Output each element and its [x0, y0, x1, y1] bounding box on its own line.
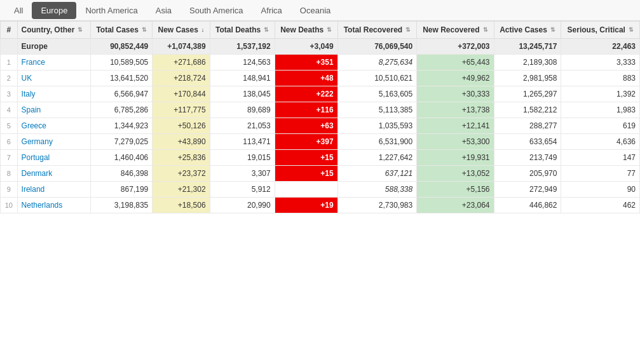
active-cases: 633,654	[494, 134, 561, 150]
new-recovered: +65,443	[417, 55, 494, 71]
country-name[interactable]: Spain	[17, 102, 90, 118]
sort-icon: ⇅	[629, 27, 634, 33]
country-name[interactable]: Netherlands	[17, 198, 90, 213]
new-recovered: +12,141	[417, 118, 494, 134]
tab-oceania[interactable]: Oceania	[291, 2, 339, 19]
summary-cell-0	[1, 39, 18, 55]
new-recovered: +53,300	[417, 134, 494, 150]
total-cases: 3,198,835	[91, 198, 153, 213]
active-cases: 205,970	[494, 166, 561, 182]
country-name[interactable]: Ireland	[17, 182, 90, 198]
tab-all[interactable]: All	[5, 2, 32, 19]
sort-icon: ⇅	[405, 27, 411, 33]
total-deaths: 21,053	[210, 118, 275, 134]
col-header-active-cases[interactable]: Active Cases⇅	[494, 22, 561, 39]
serious-critical: 4,636	[561, 134, 640, 150]
col-header-new-recovered[interactable]: New Recovered⇅	[417, 22, 494, 39]
sort-icon: ⇅	[78, 27, 83, 33]
new-recovered: +23,064	[417, 198, 494, 213]
row-number: 2	[1, 71, 18, 86]
country-name[interactable]: Greece	[17, 118, 90, 134]
country-link[interactable]: Denmark	[22, 169, 53, 178]
country-name[interactable]: Portugal	[17, 150, 90, 166]
country-name[interactable]: France	[17, 55, 90, 71]
col-header-total-recovered[interactable]: Total Recovered⇅	[337, 22, 417, 39]
new-deaths: +63	[275, 118, 337, 134]
total-cases: 6,785,286	[91, 102, 153, 118]
col-header-#[interactable]: #	[1, 22, 18, 39]
total-cases: 867,199	[91, 182, 153, 198]
total-cases: 13,641,520	[91, 71, 153, 86]
serious-critical: 3,333	[561, 55, 640, 71]
summary-cell-7: +372,003	[417, 39, 494, 55]
country-link[interactable]: Portugal	[22, 153, 50, 162]
new-deaths: +397	[275, 134, 337, 150]
new-cases: +170,844	[153, 86, 210, 102]
country-name[interactable]: UK	[17, 71, 90, 86]
tab-africa[interactable]: Africa	[252, 2, 291, 19]
serious-critical: 883	[561, 71, 640, 86]
active-cases: 2,189,308	[494, 55, 561, 71]
new-recovered: +30,333	[417, 86, 494, 102]
sort-icon: ⇅	[142, 27, 147, 33]
col-header-country-other[interactable]: Country, Other⇅	[17, 22, 90, 39]
country-link[interactable]: Ireland	[22, 185, 45, 194]
table-row: 5Greece1,344,923+50,12621,053+631,035,59…	[1, 118, 640, 134]
new-deaths: +15	[275, 150, 337, 166]
new-deaths: +48	[275, 71, 337, 86]
table-header-row: #Country, Other⇅Total Cases⇅New Cases↓To…	[1, 22, 640, 39]
new-cases: +50,126	[153, 118, 210, 134]
table-row: 10Netherlands3,198,835+18,50620,990+192,…	[1, 198, 640, 213]
row-number: 3	[1, 86, 18, 102]
row-number: 10	[1, 198, 18, 213]
total-recovered: 8,275,634	[337, 55, 417, 71]
covid-table: #Country, Other⇅Total Cases⇅New Cases↓To…	[0, 21, 640, 213]
col-header-new-deaths[interactable]: New Deaths⇅	[275, 22, 337, 39]
col-header-new-cases[interactable]: New Cases↓	[153, 22, 210, 39]
new-deaths	[275, 182, 337, 198]
new-cases: +21,302	[153, 182, 210, 198]
country-link[interactable]: Greece	[22, 121, 46, 130]
country-name[interactable]: Italy	[17, 86, 90, 102]
col-header-serious-critical[interactable]: Serious, Critical⇅	[561, 22, 640, 39]
country-link[interactable]: Italy	[22, 90, 36, 98]
summary-cell-6: 76,069,540	[337, 39, 417, 55]
country-link[interactable]: Spain	[22, 105, 41, 114]
new-cases: +43,890	[153, 134, 210, 150]
country-link[interactable]: Germany	[22, 137, 53, 146]
serious-critical: 1,983	[561, 102, 640, 118]
total-deaths: 89,689	[210, 102, 275, 118]
country-link[interactable]: France	[22, 58, 45, 67]
row-number: 5	[1, 118, 18, 134]
summary-cell-3: +1,074,389	[153, 39, 210, 55]
tab-north-america[interactable]: North America	[76, 2, 146, 19]
serious-critical: 90	[561, 182, 640, 198]
summary-cell-8: 13,245,717	[494, 39, 561, 55]
total-recovered: 1,035,593	[337, 118, 417, 134]
country-name[interactable]: Germany	[17, 134, 90, 150]
col-header-total-deaths[interactable]: Total Deaths⇅	[210, 22, 275, 39]
total-recovered: 637,121	[337, 166, 417, 182]
active-cases: 272,949	[494, 182, 561, 198]
country-name[interactable]: Denmark	[17, 166, 90, 182]
summary-cell-9: 22,463	[561, 39, 640, 55]
sort-icon: ⇅	[483, 27, 488, 33]
new-cases: +23,372	[153, 166, 210, 182]
total-deaths: 3,307	[210, 166, 275, 182]
tab-navigation: AllEuropeNorth AmericaAsiaSouth AmericaA…	[0, 0, 640, 21]
country-link[interactable]: Netherlands	[22, 201, 63, 210]
col-header-total-cases[interactable]: Total Cases⇅	[91, 22, 153, 39]
new-cases: +117,775	[153, 102, 210, 118]
active-cases: 213,749	[494, 150, 561, 166]
summary-cell-5: +3,049	[275, 39, 337, 55]
tab-south-america[interactable]: South America	[180, 2, 252, 19]
active-cases: 2,981,958	[494, 71, 561, 86]
country-link[interactable]: UK	[22, 74, 32, 83]
total-deaths: 5,912	[210, 182, 275, 198]
total-cases: 846,398	[91, 166, 153, 182]
tab-asia[interactable]: Asia	[147, 2, 180, 19]
table-row: 9Ireland867,199+21,3025,912588,338+5,156…	[1, 182, 640, 198]
tab-europe[interactable]: Europe	[32, 2, 76, 19]
new-deaths: +351	[275, 55, 337, 71]
serious-critical: 462	[561, 198, 640, 213]
